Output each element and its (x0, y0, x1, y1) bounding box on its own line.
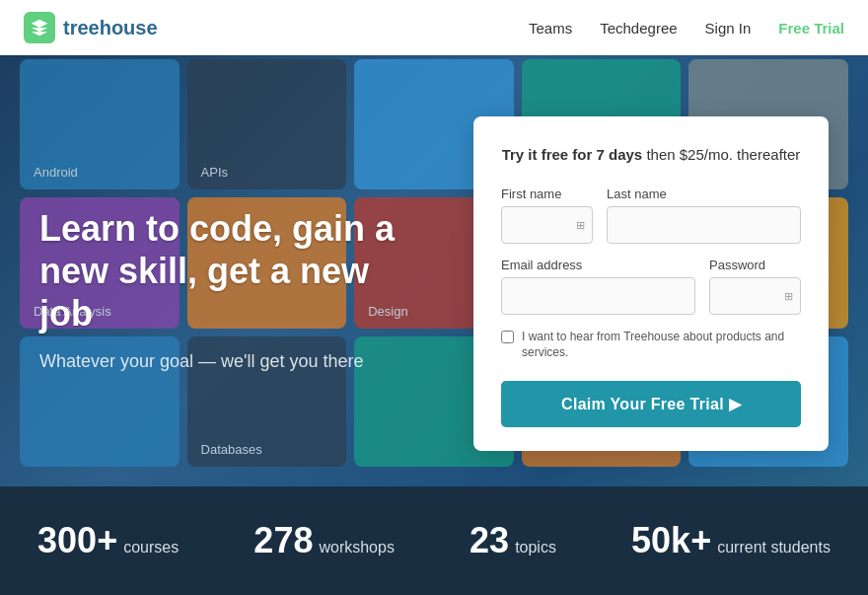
techdegree-link[interactable]: Techdegree (600, 20, 677, 37)
first-name-label: First name (501, 186, 593, 201)
logo-text: treehouse (63, 17, 158, 39)
hero-subtext: Whatever your goal — we'll get you there (39, 351, 414, 372)
name-row: First name ⊞ Last name (501, 186, 801, 244)
headline-rest: then $25/mo. thereafter (642, 146, 800, 163)
stat-courses: 300+ courses (37, 520, 179, 561)
checkbox-label: I want to hear from Treehouse about prod… (522, 329, 801, 362)
navbar: treehouse Teams Techdegree Sign In Free … (0, 0, 868, 55)
checkbox-row: I want to hear from Treehouse about prod… (501, 329, 801, 362)
last-name-input[interactable] (607, 206, 801, 244)
last-name-label: Last name (607, 186, 801, 201)
signin-link[interactable]: Sign In (705, 20, 752, 37)
email-group: Email address (501, 258, 695, 315)
password-group: Password ⊞ (709, 258, 801, 315)
free-trial-link[interactable]: Free Trial (778, 20, 844, 37)
stat-courses-number: 300+ (37, 520, 117, 561)
first-name-group: First name ⊞ (501, 186, 593, 244)
password-wrap: ⊞ (709, 277, 801, 315)
teams-link[interactable]: Teams (529, 20, 572, 37)
stat-topics-label: topics (515, 539, 556, 557)
hero-headline: Learn to code, gain a new skill, get a n… (39, 207, 414, 335)
password-icon: ⊞ (784, 289, 793, 302)
stat-workshops: 278 workshops (253, 520, 395, 561)
stat-courses-label: courses (123, 539, 179, 557)
tile-apis: APIs (187, 59, 347, 189)
logo-icon (24, 12, 55, 43)
stats-bar: 300+ courses 278 workshops 23 topics 50k… (0, 486, 868, 595)
stat-students-label: current students (717, 539, 831, 557)
hero-section: Android APIs Digital Literacy Data Analy… (0, 0, 868, 595)
signup-card: Try it free for 7 days then $25/mo. ther… (473, 116, 829, 451)
tile-android: Android (20, 59, 180, 189)
stat-workshops-label: workshops (319, 539, 394, 557)
headline-bold: Try it free for 7 days (502, 146, 643, 163)
card-headline: Try it free for 7 days then $25/mo. ther… (501, 144, 801, 167)
stat-students-number: 50k+ (631, 520, 711, 561)
last-name-group: Last name (607, 186, 801, 244)
stat-topics-number: 23 (470, 520, 509, 561)
nav-links: Teams Techdegree Sign In Free Trial (529, 20, 844, 37)
stat-students: 50k+ current students (631, 520, 831, 561)
password-label: Password (709, 258, 801, 272)
email-input[interactable] (501, 277, 695, 315)
stat-topics: 23 topics (470, 520, 556, 561)
newsletter-checkbox[interactable] (501, 331, 514, 343)
stat-workshops-number: 278 (253, 520, 313, 561)
claim-button[interactable]: Claim Your Free Trial ▶ (501, 381, 801, 427)
first-name-wrap: ⊞ (501, 206, 593, 244)
hero-content: Learn to code, gain a new skill, get a n… (39, 207, 414, 372)
credentials-row: Email address Password ⊞ (501, 258, 801, 315)
first-name-icon: ⊞ (576, 218, 585, 231)
email-label: Email address (501, 258, 695, 272)
logo[interactable]: treehouse (24, 12, 158, 43)
